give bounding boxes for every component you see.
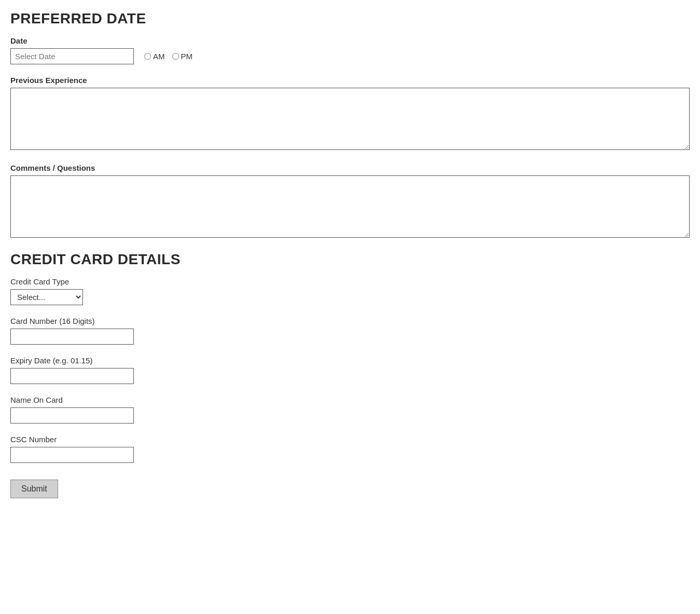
card-type-group: Credit Card Type Select... Visa MasterCa… xyxy=(10,277,690,305)
pm-radio-label[interactable]: PM xyxy=(172,52,193,61)
csc-number-input[interactable] xyxy=(10,447,134,463)
comments-label: Comments / Questions xyxy=(10,163,690,172)
preferred-date-section: PREFERRED DATE Date AM PM Previous Exper… xyxy=(10,10,690,240)
pm-radio[interactable] xyxy=(172,53,179,60)
submit-button[interactable]: Submit xyxy=(10,480,58,498)
csc-number-group: CSC Number xyxy=(10,435,690,463)
credit-card-title: CREDIT CARD DETAILS xyxy=(10,251,690,268)
name-on-card-input[interactable] xyxy=(10,407,134,424)
name-on-card-group: Name On Card xyxy=(10,395,690,424)
card-number-group: Card Number (16 Digits) xyxy=(10,317,690,345)
expiry-date-input[interactable] xyxy=(10,368,134,384)
comments-textarea[interactable] xyxy=(10,175,690,238)
date-input[interactable] xyxy=(10,48,134,64)
card-number-input[interactable] xyxy=(10,329,134,345)
date-field-group: Date AM PM xyxy=(10,36,690,64)
am-pm-radio-group: AM PM xyxy=(144,52,193,61)
previous-experience-label: Previous Experience xyxy=(10,76,690,85)
preferred-date-title: PREFERRED DATE xyxy=(10,10,690,27)
am-radio-label[interactable]: AM xyxy=(144,52,165,61)
previous-experience-group: Previous Experience xyxy=(10,76,690,152)
pm-label: PM xyxy=(181,52,193,61)
expiry-date-group: Expiry Date (e.g. 01.15) xyxy=(10,356,690,384)
am-radio[interactable] xyxy=(144,53,151,60)
date-label: Date xyxy=(10,36,690,45)
name-on-card-label: Name On Card xyxy=(10,395,690,404)
comments-group: Comments / Questions xyxy=(10,163,690,240)
credit-card-section: CREDIT CARD DETAILS Credit Card Type Sel… xyxy=(10,251,690,498)
expiry-date-label: Expiry Date (e.g. 01.15) xyxy=(10,356,690,365)
card-type-label: Credit Card Type xyxy=(10,277,690,286)
date-row: AM PM xyxy=(10,48,690,64)
card-type-select[interactable]: Select... Visa MasterCard American Expre… xyxy=(10,289,83,305)
csc-number-label: CSC Number xyxy=(10,435,690,444)
am-label: AM xyxy=(153,52,165,61)
previous-experience-textarea[interactable] xyxy=(10,88,690,150)
card-number-label: Card Number (16 Digits) xyxy=(10,317,690,325)
